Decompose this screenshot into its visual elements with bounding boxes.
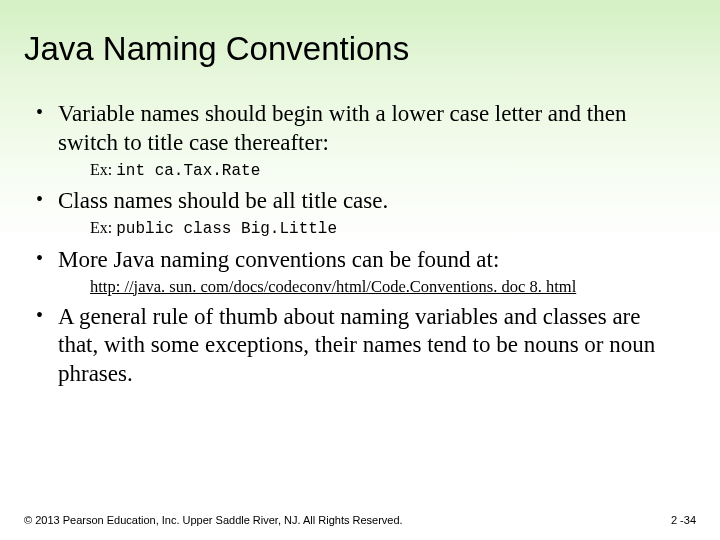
url-link[interactable]: http: //java. sun. com/docs/codeconv/htm… — [34, 277, 686, 297]
bullet-item: Variable names should begin with a lower… — [34, 100, 686, 158]
page-number: 2 -34 — [671, 514, 696, 526]
bullet-item: Class names should be all title case. — [34, 187, 686, 216]
copyright-text: © 2013 Pearson Education, Inc. Upper Sad… — [24, 514, 403, 526]
bullet-item: More Java naming conventions can be foun… — [34, 246, 686, 275]
example-label: Ex: — [90, 161, 116, 178]
example-code: public class Big.Little — [116, 220, 337, 238]
slide-title: Java Naming Conventions — [0, 0, 720, 68]
example-line: Ex: public class Big.Little — [34, 218, 686, 240]
bullet-item: A general rule of thumb about naming var… — [34, 303, 686, 389]
slide-footer: © 2013 Pearson Education, Inc. Upper Sad… — [24, 514, 696, 526]
slide-content: Variable names should begin with a lower… — [0, 68, 720, 389]
example-line: Ex: int ca.Tax.Rate — [34, 160, 686, 182]
example-code: int ca.Tax.Rate — [116, 162, 260, 180]
bullet-list: Variable names should begin with a lower… — [34, 100, 686, 389]
example-label: Ex: — [90, 219, 116, 236]
